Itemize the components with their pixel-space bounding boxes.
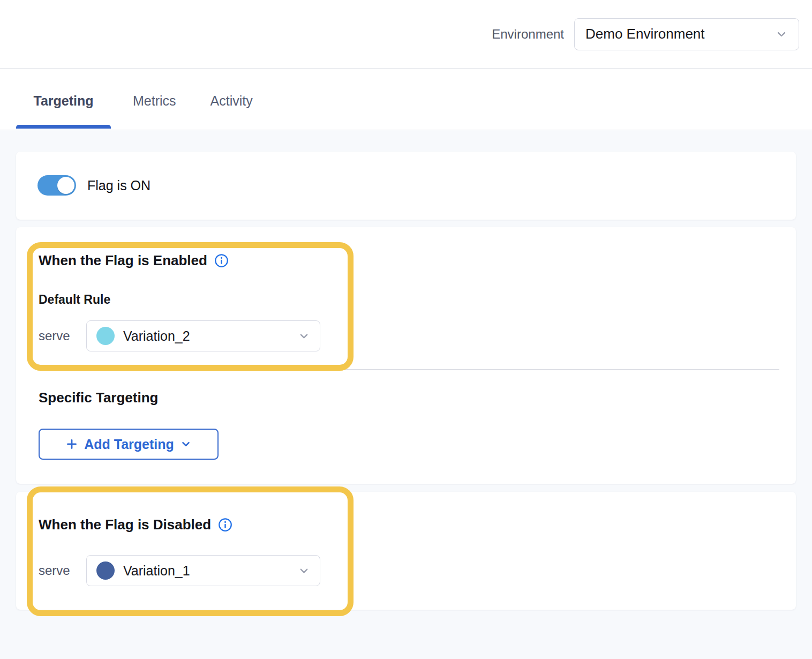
chevron-down-icon <box>298 565 310 577</box>
chevron-down-icon <box>298 330 310 342</box>
add-targeting-button-label: Add Targeting <box>84 437 174 452</box>
flag-status-card: Flag is ON <box>16 152 796 220</box>
feature-flag-page: Environment Demo Environment Targeting M… <box>0 0 812 659</box>
serve-label: serve <box>39 320 70 351</box>
environment-select[interactable]: Demo Environment <box>574 18 799 50</box>
section-divider <box>337 369 779 370</box>
toggle-knob <box>57 177 74 194</box>
environment-select-value: Demo Environment <box>585 26 705 42</box>
variation-select-value: Variation_2 <box>123 328 190 344</box>
active-tab-indicator <box>16 125 111 129</box>
page-body: Flag is ON When the Flag is Enabled Defa… <box>0 130 812 659</box>
variation-color-dot <box>96 561 115 580</box>
tab-metrics-label: Metrics <box>133 93 176 109</box>
info-icon[interactable] <box>214 253 229 268</box>
tab-bar: Targeting Metrics Activity <box>0 69 812 130</box>
chevron-down-icon <box>180 438 192 450</box>
disabled-section-title: When the Flag is Disabled <box>39 516 211 533</box>
enabled-section-title: When the Flag is Enabled <box>39 252 207 269</box>
variation-color-dot <box>96 327 115 345</box>
page-header: Environment Demo Environment <box>0 0 812 69</box>
chevron-down-icon <box>775 28 788 41</box>
default-rule-label: Default Rule <box>39 293 110 307</box>
enabled-section-title-row: When the Flag is Enabled <box>39 252 229 269</box>
add-targeting-button[interactable]: Add Targeting <box>39 429 219 460</box>
specific-targeting-title: Specific Targeting <box>39 390 158 406</box>
flag-status-label: Flag is ON <box>87 152 151 220</box>
disabled-rules-card: When the Flag is Disabled serve Variatio… <box>16 492 796 610</box>
environment-label: Environment <box>492 27 564 42</box>
flag-toggle[interactable] <box>37 175 76 196</box>
disabled-variation-select[interactable]: Variation_1 <box>86 555 320 586</box>
variation-select-value: Variation_1 <box>123 563 190 579</box>
tab-targeting[interactable]: Targeting <box>16 69 111 130</box>
plus-icon <box>65 438 78 451</box>
highlight-frame-disabled <box>27 486 354 616</box>
disabled-section-title-row: When the Flag is Disabled <box>39 516 232 533</box>
tab-activity[interactable]: Activity <box>210 69 253 130</box>
enabled-rules-card: When the Flag is Enabled Default Rule se… <box>16 227 796 484</box>
tab-targeting-label: Targeting <box>33 93 93 109</box>
tab-metrics[interactable]: Metrics <box>133 69 176 130</box>
serve-label: serve <box>39 555 70 586</box>
info-icon[interactable] <box>218 518 232 532</box>
enabled-variation-select[interactable]: Variation_2 <box>86 320 320 351</box>
tab-activity-label: Activity <box>210 93 253 109</box>
